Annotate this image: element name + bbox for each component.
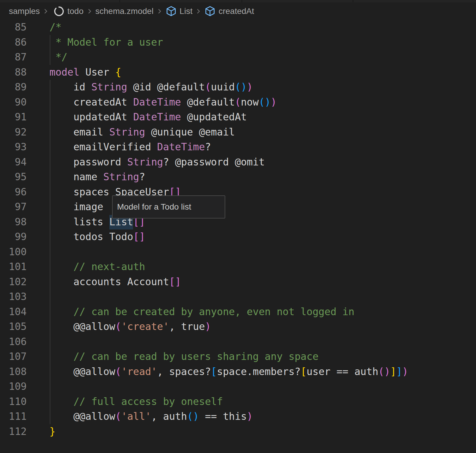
- line-number: 103: [0, 289, 27, 304]
- code-line-92: 92 email String @unique @email: [0, 125, 476, 140]
- line-number: 101: [0, 259, 27, 275]
- code-token: * Model for a user: [49, 36, 163, 48]
- code-token: // can be read by users sharing any spac…: [49, 351, 319, 362]
- line-content[interactable]: image: [49, 200, 103, 215]
- code-line-99: 99 todos Todo[]: [0, 229, 476, 245]
- code-token: 'read': [121, 366, 157, 377]
- line-number: 108: [0, 364, 27, 379]
- line-number: 98: [0, 215, 27, 230]
- code-token: (): [187, 411, 199, 422]
- code-token: ): [205, 321, 211, 332]
- code-line-89: 89 id String @id @default(uuid()): [0, 80, 476, 95]
- line-number: 100: [0, 245, 27, 260]
- code-token: @@allow: [49, 411, 115, 422]
- code-token: image: [49, 201, 103, 213]
- line-content[interactable]: todos Todo[]: [49, 229, 145, 245]
- chevron-right-icon: [194, 7, 203, 16]
- tab-divider: [242, 0, 242, 2]
- line-number: 105: [0, 319, 27, 334]
- code-line-96: 96 spaces SpaceUser[]: [0, 185, 476, 200]
- code-token: ): [247, 411, 253, 422]
- code-line-106: 106: [0, 334, 476, 350]
- line-content[interactable]: accounts Account[]: [49, 275, 181, 290]
- code-line-94: 94 password String? @password @omit: [0, 155, 476, 170]
- code-token: ): [402, 366, 408, 377]
- line-content[interactable]: // full access by oneself: [49, 394, 223, 409]
- line-number: 104: [0, 304, 27, 320]
- code-token: String: [127, 156, 163, 168]
- code-token: (): [259, 96, 271, 108]
- code-token: @default: [181, 96, 235, 108]
- code-line-112: 112}: [0, 424, 476, 439]
- code-token: accounts Account: [49, 276, 169, 288]
- line-number: 89: [0, 80, 27, 95]
- line-number: 96: [0, 185, 27, 200]
- code-token: 'all': [121, 411, 151, 422]
- line-content[interactable]: name String?: [49, 170, 145, 185]
- line-content[interactable]: @@allow('all', auth() == this): [49, 409, 253, 424]
- code-token: DateTime: [133, 96, 181, 108]
- code-token: ?: [205, 141, 211, 153]
- code-token: ? @password @omit: [163, 156, 265, 168]
- breadcrumb-item-list[interactable]: List: [180, 2, 193, 20]
- code-area: 85/*86 * Model for a user87 */88model Us…: [0, 20, 476, 439]
- code-token: @id @default: [127, 81, 205, 93]
- line-number: 85: [0, 20, 27, 35]
- line-number: 94: [0, 155, 27, 170]
- code-token: (: [235, 96, 241, 108]
- line-content[interactable]: updatedAt DateTime @updatedAt: [49, 110, 247, 125]
- line-content[interactable]: emailVerified DateTime?: [49, 140, 211, 155]
- line-number: 102: [0, 275, 27, 290]
- line-content[interactable]: id String @id @default(uuid()): [49, 80, 253, 95]
- code-token: @updatedAt: [181, 111, 247, 123]
- code-line-105: 105 @@allow('create', true): [0, 319, 476, 334]
- breadcrumb-item-createdat[interactable]: createdAt: [218, 2, 254, 20]
- line-content[interactable]: // next-auth: [49, 259, 145, 275]
- line-number: 111: [0, 409, 27, 424]
- line-content[interactable]: // can be created by anyone, even not lo…: [49, 304, 354, 320]
- code-token: , true: [169, 321, 205, 332]
- code-line-90: 90 createdAt DateTime @default(now()): [0, 95, 476, 110]
- line-content[interactable]: @@allow('read', spaces?[space.members?[u…: [49, 364, 408, 379]
- line-content[interactable]: createdAt DateTime @default(now()): [49, 95, 277, 110]
- code-token: */: [49, 51, 68, 63]
- line-content[interactable]: }: [49, 424, 55, 439]
- code-token: model: [49, 66, 79, 78]
- tab-divider: [353, 0, 353, 2]
- line-number: 95: [0, 170, 27, 185]
- code-token: user == auth: [306, 366, 378, 377]
- code-line-102: 102 accounts Account[]: [0, 275, 476, 290]
- code-line-108: 108 @@allow('read', spaces?[space.member…: [0, 364, 476, 379]
- breadcrumb-item-todo[interactable]: todo: [67, 2, 84, 20]
- code-line-85: 85/*: [0, 20, 476, 35]
- breadcrumb-item-schema-zmodel[interactable]: schema.zmodel: [95, 2, 154, 20]
- line-content[interactable]: email String @unique @email: [49, 125, 235, 140]
- code-token: ?: [139, 171, 145, 183]
- line-content[interactable]: * Model for a user: [49, 35, 163, 50]
- code-token: [: [301, 366, 306, 377]
- line-content[interactable]: // can be read by users sharing any spac…: [49, 349, 319, 364]
- line-content[interactable]: password String? @password @omit: [49, 155, 265, 170]
- code-token: id: [49, 81, 91, 93]
- code-line-110: 110 // full access by oneself: [0, 394, 476, 409]
- code-line-103: 103: [0, 289, 476, 304]
- code-line-109: 109: [0, 379, 476, 394]
- code-token: (): [235, 81, 247, 93]
- code-token: @@allow: [49, 321, 115, 332]
- code-token: DateTime: [133, 111, 181, 123]
- code-token: todos Todo: [49, 231, 133, 243]
- code-line-101: 101 // next-auth: [0, 259, 476, 275]
- code-token: 'create': [121, 321, 169, 332]
- line-number: 107: [0, 349, 27, 364]
- line-number: 112: [0, 424, 27, 439]
- code-token: uuid: [211, 81, 235, 93]
- code-token: ): [247, 81, 253, 93]
- breadcrumb-item-samples[interactable]: samples: [9, 2, 40, 20]
- line-content[interactable]: */: [49, 50, 68, 65]
- line-content[interactable]: @@allow('create', true): [49, 319, 211, 334]
- line-content[interactable]: /*: [49, 20, 61, 35]
- code-token: [: [211, 366, 217, 377]
- code-line-91: 91 updatedAt DateTime @updatedAt: [0, 110, 476, 125]
- line-content[interactable]: model User {: [49, 65, 121, 80]
- code-token: /*: [49, 21, 61, 33]
